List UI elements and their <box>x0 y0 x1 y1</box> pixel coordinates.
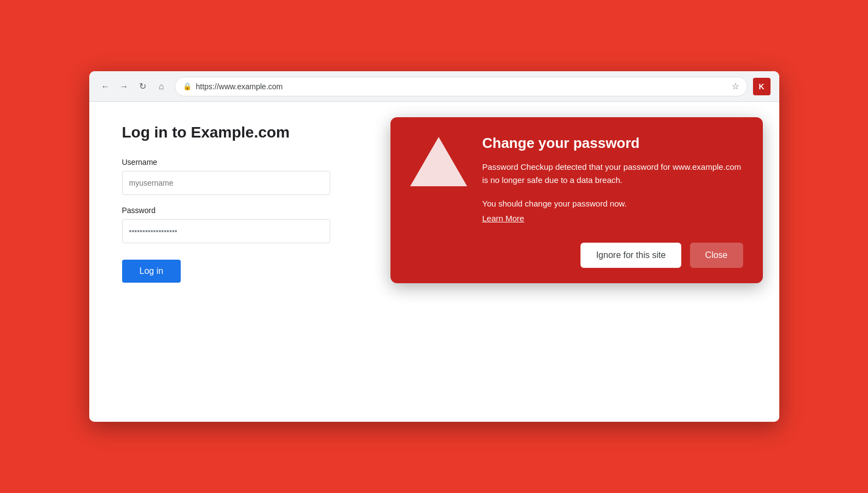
close-dialog-button[interactable]: Close <box>690 243 743 268</box>
dialog-title: Change your password <box>482 135 743 152</box>
nav-buttons: ← → ↻ ⌂ <box>98 79 169 94</box>
browser-toolbar: ← → ↻ ⌂ 🔒 https://www.example.com ☆ K <box>89 71 779 102</box>
exclamation-icon: ! <box>403 152 407 170</box>
forward-button[interactable]: → <box>117 79 132 94</box>
password-label: Password <box>122 206 352 215</box>
username-label: Username <box>122 158 352 167</box>
forward-icon: → <box>120 82 129 91</box>
lock-icon: 🔒 <box>183 82 192 90</box>
dialog-text-section: Change your password Password Checkup de… <box>482 135 743 238</box>
username-input[interactable] <box>122 171 330 195</box>
reload-button[interactable]: ↻ <box>135 79 151 94</box>
extension-label: K <box>758 82 764 91</box>
login-button[interactable]: Log in <box>122 260 181 283</box>
warning-triangle-icon <box>410 137 467 186</box>
password-checkup-extension-icon[interactable]: K <box>753 78 771 95</box>
browser-window: ← → ↻ ⌂ 🔒 https://www.example.com ☆ K <box>89 71 779 422</box>
dialog-body-text: Password Checkup detected that your pass… <box>482 160 743 187</box>
learn-more-link[interactable]: Learn More <box>482 214 525 223</box>
back-button[interactable]: ← <box>98 79 113 94</box>
password-input[interactable] <box>122 219 330 243</box>
login-page-title: Log in to Example.com <box>122 124 352 141</box>
toolbar-right: K <box>753 78 771 95</box>
address-bar[interactable]: 🔒 https://www.example.com ☆ <box>175 77 748 96</box>
dialog-actions: Ignore for this site Close <box>410 243 743 268</box>
username-form-group: Username <box>122 158 352 195</box>
browser-content: Log in to Example.com Username Password … <box>89 102 779 422</box>
reload-icon: ↻ <box>139 81 146 91</box>
dialog-change-text: You should change your password now. <box>482 198 743 210</box>
home-button[interactable]: ⌂ <box>154 79 169 94</box>
dialog-body: ! Change your password Password Checkup … <box>410 135 743 238</box>
bookmark-star-icon[interactable]: ☆ <box>732 81 739 91</box>
login-page: Log in to Example.com Username Password … <box>89 102 385 305</box>
back-icon: ← <box>101 82 110 91</box>
url-display: https://www.example.com <box>196 82 727 91</box>
password-form-group: Password <box>122 206 352 243</box>
warning-icon-container: ! <box>410 135 467 186</box>
ignore-for-site-button[interactable]: Ignore for this site <box>580 243 681 268</box>
home-icon: ⌂ <box>159 82 164 91</box>
password-warning-dialog: ! Change your password Password Checkup … <box>390 117 763 283</box>
